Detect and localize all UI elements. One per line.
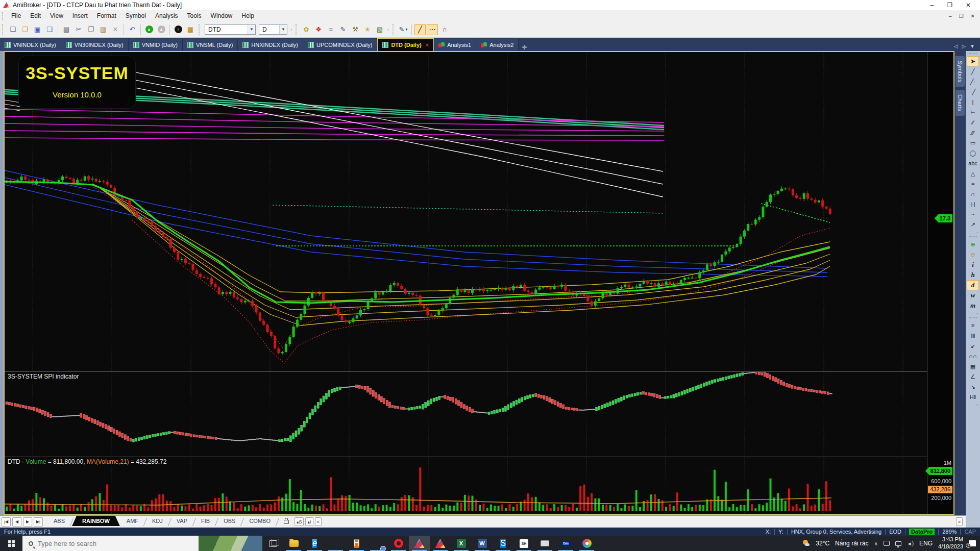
volume-pane[interactable]: DTD - Volume = 811,800.00, MA(Volume,21)… xyxy=(5,457,927,514)
language-indicator[interactable]: ENG xyxy=(919,540,933,547)
skype-icon[interactable]: S xyxy=(493,536,513,551)
sheet-tab-kdj[interactable]: KDJ xyxy=(145,516,169,526)
vertical-line-tool-icon[interactable]: | xyxy=(967,97,979,107)
tab-close-icon[interactable]: × xyxy=(426,42,429,48)
interval-intraday-icon[interactable]: i xyxy=(967,260,979,270)
parallel-lines-tool-icon[interactable]: ∕∕ xyxy=(967,117,979,128)
menu-analysis[interactable]: Analysis xyxy=(151,10,183,21)
extended-line-tool-icon[interactable]: ·╱ xyxy=(967,87,979,97)
firefox-icon[interactable] xyxy=(325,536,346,551)
favorite-icon[interactable]: ✭ xyxy=(362,24,373,35)
tab-upcomindex-daily-[interactable]: UPCOMINDEX (Daily) xyxy=(303,39,377,51)
undo-icon[interactable]: ↶ xyxy=(127,24,138,35)
parameters-icon[interactable]: ▦ xyxy=(185,24,196,35)
chart-area[interactable]: 3S-SYSTEM Version 10.0.0 3S-SYSTEM SPI i… xyxy=(5,52,927,514)
tab-hnxindex-daily-[interactable]: HNXINDEX (Daily) xyxy=(238,39,303,51)
menu-window[interactable]: Window xyxy=(206,10,237,21)
amibroker-icon[interactable] xyxy=(430,536,451,551)
cycles-tool-icon[interactable]: H‖ xyxy=(967,392,979,402)
interval-combobox[interactable]: D ▼ xyxy=(259,24,287,35)
sheet-scroll-left-button[interactable]: < xyxy=(315,517,322,526)
fib-arcs-icon[interactable]: ∩∩ xyxy=(967,351,979,361)
weather-temp[interactable]: 32°C xyxy=(816,540,829,547)
mdi-close-button[interactable]: ✕ xyxy=(971,13,975,19)
search-input[interactable] xyxy=(38,540,155,547)
ellipse-tool-icon[interactable]: ◯ xyxy=(967,148,979,158)
toolbar-expander-1[interactable]: › xyxy=(290,27,292,32)
interval-combobox-dropdown-icon[interactable]: ▼ xyxy=(279,25,287,34)
line-style-solid-icon[interactable]: ╱ xyxy=(414,24,426,35)
sheet-tab-combo[interactable]: COMBO xyxy=(242,516,277,526)
freehand-tool-icon[interactable]: ≈ xyxy=(967,179,979,189)
menu-view[interactable]: View xyxy=(45,10,68,21)
fib-fan-icon[interactable]: ∠ xyxy=(967,371,979,382)
interval-daily-icon[interactable]: d xyxy=(967,280,979,290)
toolbar-grip-3[interactable] xyxy=(296,24,298,35)
sheet-tab-amf[interactable]: AMF xyxy=(120,516,145,526)
toolbar-grip-1[interactable] xyxy=(2,24,5,35)
cycle-lines-tool-icon[interactable]: |·| xyxy=(967,199,979,209)
equity-icon[interactable]: ≈ xyxy=(325,24,336,35)
browser-h-icon[interactable]: H xyxy=(346,536,367,551)
sheet-option-button-1[interactable]: ▴S xyxy=(295,517,304,526)
tab-vnsml-daily-[interactable]: VNSML (Daily) xyxy=(183,39,238,51)
horizontal-segment-tool-icon[interactable]: ⊢ xyxy=(967,107,979,117)
open-icon[interactable]: ❒ xyxy=(19,24,31,35)
tab-menu-icon[interactable]: ▼ xyxy=(970,43,975,49)
tool-strip-grip[interactable] xyxy=(969,53,977,56)
pointer-tool-icon[interactable]: ➤ xyxy=(967,56,979,66)
menu-tools[interactable]: Tools xyxy=(183,10,206,21)
symbol-info-icon[interactable]: i xyxy=(173,24,184,35)
new-tab-button[interactable]: ✚ xyxy=(519,44,530,51)
word-icon[interactable]: W xyxy=(472,536,493,551)
tool-strip-expander[interactable]: › xyxy=(976,403,978,407)
price-levels-icon[interactable]: ≡ xyxy=(967,320,979,331)
trend-line-tool-icon[interactable]: ╱ xyxy=(967,66,979,77)
hand-edit-icon[interactable]: ✎ xyxy=(337,24,349,35)
tab-dtd-daily-[interactable]: DTD (Daily)× xyxy=(377,38,434,51)
menubar-grip[interactable] xyxy=(2,12,5,19)
charts-panel-tab[interactable]: Charts xyxy=(955,90,965,115)
sheet-nav-first-button[interactable]: |◀ xyxy=(2,517,11,527)
delete-icon[interactable]: ✕ xyxy=(110,24,121,35)
symbols-panel-tab[interactable]: Symbols xyxy=(955,56,965,87)
sheet-nav-prev-button[interactable]: ◀ xyxy=(12,517,21,527)
task-view-button[interactable] xyxy=(262,536,283,551)
arc-tool-icon[interactable]: ∩ xyxy=(967,189,979,199)
menu-file[interactable]: File xyxy=(7,10,26,21)
tab-analysis1[interactable]: Analysis1 xyxy=(434,39,476,51)
back-icon[interactable]: ▲ xyxy=(143,24,155,35)
file-explorer-icon[interactable] xyxy=(283,536,304,551)
tool-strip-expander[interactable]: › xyxy=(976,311,978,316)
line-style-dotted-icon[interactable]: ⋯ xyxy=(427,24,438,35)
save-all-icon[interactable]: ❑ xyxy=(44,24,55,35)
price-axis[interactable]: 17.3 1M811,800600,000432,286200,000 xyxy=(927,52,953,514)
menu-edit[interactable]: Edit xyxy=(26,10,45,21)
toolbar-expander-2[interactable]: › xyxy=(387,27,389,32)
tool-strip-expander[interactable]: › xyxy=(976,230,978,235)
print-icon[interactable]: ▤ xyxy=(61,24,72,35)
spi-indicator-pane[interactable]: 3S-SYSTEM SPI indicator xyxy=(5,371,927,457)
text-tool-icon[interactable]: abc xyxy=(967,158,979,168)
notification-center-icon[interactable]: ① xyxy=(969,540,976,546)
save-icon[interactable]: ▣ xyxy=(32,24,43,35)
minimize-button[interactable]: – xyxy=(930,2,934,9)
shs-icon[interactable]: SH xyxy=(513,536,534,551)
snap-magnet-icon[interactable]: ∩ xyxy=(439,24,450,35)
mdi-minimize-button[interactable]: – xyxy=(949,13,952,19)
tray-expand-icon[interactable]: ∧ xyxy=(874,541,877,546)
forward-icon[interactable]: ▲ xyxy=(156,24,167,35)
clock[interactable]: 3:43 PM 4/18/2023 xyxy=(938,536,963,550)
symbol-combobox[interactable]: DTD ▼ xyxy=(205,24,256,35)
close-button[interactable]: ✕ xyxy=(966,2,971,9)
new-chart-icon[interactable]: ❏ xyxy=(7,24,18,35)
tool-strip-grip[interactable] xyxy=(969,236,977,239)
menu-insert[interactable]: Insert xyxy=(68,10,92,21)
tab-vnmid-daily-[interactable]: VNMID (Daily) xyxy=(129,39,183,51)
tab-vnindex-daily-[interactable]: VNINDEX (Daily) xyxy=(0,39,61,51)
menu-symbol[interactable]: Symbol xyxy=(121,10,151,21)
search-daily-image[interactable] xyxy=(199,536,262,551)
start-button[interactable] xyxy=(0,536,22,551)
zoom-in-icon[interactable]: ⊕ xyxy=(967,239,979,249)
interval-weekly-icon[interactable]: w xyxy=(967,290,979,300)
